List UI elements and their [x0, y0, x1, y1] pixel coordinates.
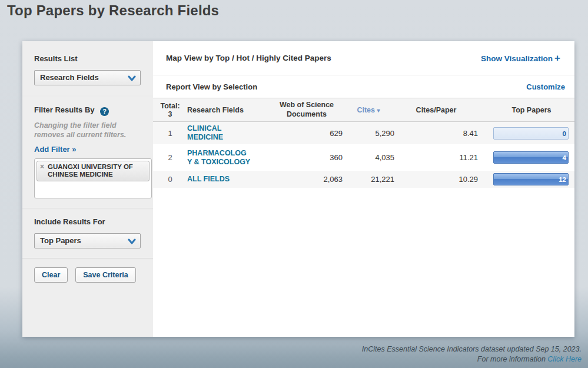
save-criteria-button[interactable]: Save Criteria [75, 267, 135, 283]
page-title: Top Papers by Research Fields [7, 2, 219, 19]
show-visualization-link[interactable]: Show Visualization+ [481, 52, 560, 64]
rank-cell: 2 [153, 153, 187, 162]
research-field-link[interactable]: CLINICAL MEDICINE [187, 124, 271, 142]
content-panel: Results List Research Fields Filter Resu… [22, 41, 574, 337]
plus-icon: + [554, 52, 560, 64]
help-icon[interactable]: ? [100, 107, 109, 116]
cites-cell: 21,221 [343, 175, 394, 184]
research-field-link[interactable]: PHARMACOLOG Y & TOXICOLOGY [187, 149, 271, 167]
wos-documents-cell: 360 [271, 153, 343, 162]
top-papers-bar: 0 [493, 127, 569, 140]
column-header-top-papers[interactable]: Top Papers [493, 106, 570, 114]
table-row: 0 ALL FIELDS 2,063 21,221 10.29 12 [153, 171, 574, 188]
map-view-header: Map View by Top / Hot / Highly Cited Pap… [153, 41, 574, 75]
top-papers-value: 4 [563, 152, 566, 164]
rank-cell: 0 [153, 175, 187, 184]
add-filter-link[interactable]: Add Filter » [34, 145, 77, 154]
filter-results-by-label: Filter Results By [34, 105, 95, 114]
cites-cell: 4,035 [343, 153, 394, 162]
sort-desc-icon: ▾ [377, 107, 380, 114]
table-header-row: Total: 3 Research Fields Web of Science … [153, 98, 574, 122]
include-results-label: Include Results For [34, 217, 141, 226]
table-body: 1 CLINICAL MEDICINE 629 5,290 8.41 0 [153, 122, 574, 190]
include-results-select[interactable]: Top Papers [34, 233, 141, 248]
cites-cell: 5,290 [343, 129, 394, 138]
click-here-link[interactable]: Click Here [547, 355, 582, 363]
include-results-selected-value: Top Papers [35, 234, 140, 248]
cites-per-paper-cell: 8.41 [394, 129, 478, 138]
results-list-selected-value: Research Fields [35, 71, 140, 85]
clear-button[interactable]: Clear [34, 267, 68, 283]
sidebar-buttons: Clear Save Criteria [22, 259, 153, 292]
rank-cell: 1 [153, 129, 187, 138]
filter-tag-label: GUANGXI UNIVERSITY OF CHINESE MEDICINE [48, 163, 146, 180]
column-header-wos-documents[interactable]: Web of Science Documents [271, 101, 343, 119]
table-row: 1 CLINICAL MEDICINE 629 5,290 8.41 0 [153, 122, 574, 144]
top-papers-bar: 12 [493, 173, 569, 185]
report-view-header: Report View by Selection Customize [153, 75, 574, 98]
filter-section: Filter Results By ? Changing the filter … [22, 96, 153, 208]
top-papers-value: 0 [563, 128, 566, 140]
report-view-title: Report View by Selection [166, 82, 257, 91]
cites-per-paper-cell: 10.29 [394, 175, 478, 184]
column-header-research-fields[interactable]: Research Fields [187, 106, 271, 114]
wos-documents-cell: 629 [271, 129, 343, 138]
remove-filter-icon[interactable]: × [40, 163, 44, 171]
wos-documents-cell: 2,063 [271, 175, 343, 184]
top-papers-value: 12 [559, 174, 566, 185]
filter-tag: × GUANGXI UNIVERSITY OF CHINESE MEDICINE [36, 161, 150, 182]
include-results-section: Include Results For Top Papers [22, 209, 153, 258]
more-information-note: For more information Click Here [362, 354, 582, 364]
customize-link[interactable]: Customize [526, 82, 565, 91]
results-list-select[interactable]: Research Fields [34, 70, 141, 85]
column-header-cites-sorted[interactable]: Cites ▾ [343, 106, 394, 114]
dataset-footer: InCites Essential Science Indicators dat… [362, 344, 582, 364]
total-count-header: Total: 3 [153, 102, 187, 118]
main-area: Map View by Top / Hot / Highly Cited Pap… [153, 41, 574, 337]
filter-tags-box: × GUANGXI UNIVERSITY OF CHINESE MEDICINE [34, 158, 152, 198]
results-list-label: Results List [34, 54, 141, 63]
research-field-link[interactable]: ALL FIELDS [187, 175, 271, 184]
top-papers-bar: 4 [493, 151, 569, 164]
filter-note: Changing the filter field removes all cu… [34, 121, 146, 140]
table-row: 2 PHARMACOLOG Y & TOXICOLOGY 360 4,035 1… [153, 147, 574, 169]
results-list-section: Results List Research Fields [22, 41, 153, 95]
column-header-cites-per-paper[interactable]: Cites/Paper [394, 106, 478, 114]
dataset-updated-note: InCites Essential Science Indicators dat… [362, 344, 582, 354]
sidebar: Results List Research Fields Filter Resu… [22, 41, 153, 337]
map-view-title: Map View by Top / Hot / Highly Cited Pap… [166, 54, 331, 62]
cites-per-paper-cell: 11.21 [394, 153, 478, 162]
